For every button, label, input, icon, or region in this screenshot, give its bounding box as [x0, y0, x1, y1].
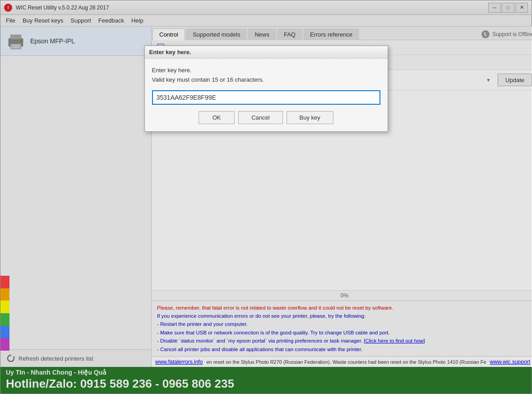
- modal-buttons: OK Cancel Buy key: [152, 111, 380, 124]
- modal-description: Enter key here. Valid key must contain 1…: [152, 66, 380, 85]
- modal-title: Enter key here.: [149, 49, 191, 56]
- cancel-button[interactable]: Cancel: [238, 111, 282, 124]
- modal-desc-line2: Valid key must contain 15 or 16 characte…: [152, 75, 380, 85]
- modal-desc-line1: Enter key here.: [152, 66, 380, 75]
- buy-key-button[interactable]: Buy key: [287, 111, 333, 124]
- key-entry-modal: Enter key here. Enter key here. Valid ke…: [144, 46, 388, 132]
- main-window: ! WIC Reset Utility v.5.0.22 Aug 28 2017…: [0, 0, 532, 394]
- key-input[interactable]: [152, 90, 380, 105]
- modal-overlay: Enter key here. Enter key here. Valid ke…: [0, 0, 532, 394]
- modal-titlebar: Enter key here.: [145, 46, 388, 59]
- modal-content: Enter key here. Valid key must contain 1…: [145, 59, 388, 131]
- ok-button[interactable]: OK: [199, 111, 235, 124]
